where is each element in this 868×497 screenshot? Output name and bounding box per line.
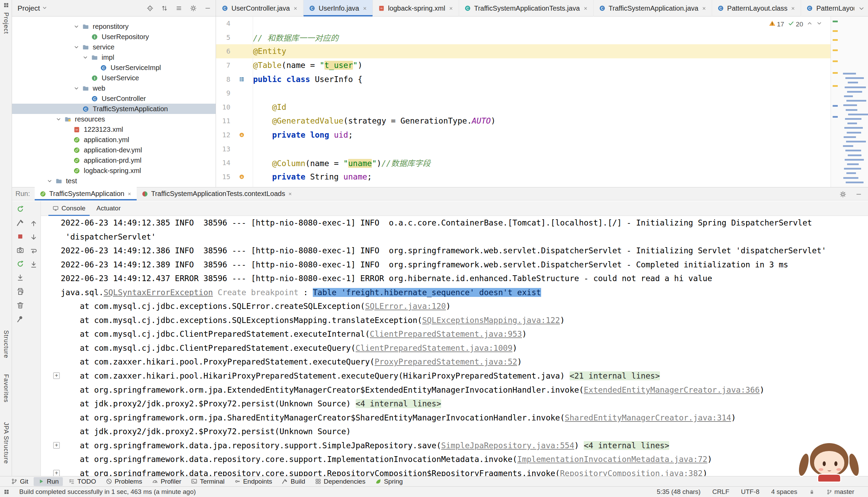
tree-item-UserRepository[interactable]: IUserRepository <box>12 32 216 42</box>
tree-item-test[interactable]: test <box>12 176 216 186</box>
close-icon[interactable] <box>448 6 454 11</box>
tree-item-web[interactable]: web <box>12 83 216 93</box>
next-stack-frame-button[interactable] <box>28 232 39 242</box>
expand-stack-icon[interactable]: + <box>53 372 60 379</box>
close-icon[interactable] <box>790 6 796 11</box>
tree-item-logback-spring.xml[interactable]: logback-spring.xml <box>12 165 216 176</box>
expand-stack-icon[interactable]: + <box>53 470 60 476</box>
tool-window-stripe-project[interactable]: Project <box>0 2 12 34</box>
tool-window-switcher-icon[interactable] <box>3 489 10 495</box>
soft-wrap-button[interactable] <box>28 246 39 256</box>
minimap[interactable] <box>840 16 868 187</box>
close-icon[interactable] <box>362 6 367 11</box>
view-options-button[interactable] <box>174 4 183 13</box>
clear-all-button[interactable] <box>15 300 25 310</box>
editor-tab-TrafficSystemApplication.java[interactable]: CTrafficSystemApplication.java <box>594 0 712 16</box>
close-icon[interactable] <box>293 6 298 11</box>
toolwindow-button-terminal[interactable]: Terminal <box>187 477 229 486</box>
pin-tab-button[interactable] <box>15 314 25 324</box>
tree-item-UserController[interactable]: CUserController <box>12 93 216 104</box>
stack-trace-link[interactable]: SQLError.java:120 <box>365 302 446 311</box>
hidden-tabs-button[interactable] <box>856 3 867 14</box>
tree-item-resources[interactable]: resources <box>12 114 216 124</box>
toolwindow-button-spring[interactable]: Spring <box>371 477 407 486</box>
console-view-tab-console[interactable]: Console <box>48 201 90 216</box>
chevron-down-icon[interactable] <box>72 44 81 50</box>
chevron-down-icon[interactable] <box>72 24 81 30</box>
status-git-branch[interactable]: master <box>826 488 854 496</box>
console-output[interactable]: 2022-06-23 14:49:12.385 INFO 38596 --- [… <box>41 216 868 476</box>
status-line-separator[interactable]: CRLF <box>712 488 729 496</box>
tree-item-UserServiceImpl[interactable]: CUserServiceImpl <box>12 62 216 73</box>
expand-collapse-button[interactable] <box>160 4 169 13</box>
editor-tab-UserController.java[interactable]: CUserController.java <box>216 0 304 16</box>
tree-item-1223123.xml[interactable]: ‹›1223123.xml <box>12 124 216 135</box>
typos-indicator[interactable]: 20 <box>788 20 803 28</box>
status-encoding[interactable]: UTF-8 <box>741 488 760 496</box>
editor-tab-PatternLayout.class[interactable]: CPatternLayout.class <box>712 0 801 16</box>
chevron-down-icon[interactable] <box>81 55 90 60</box>
stack-trace-link[interactable]: SQLSyntaxErrorException <box>104 288 213 297</box>
rerun-button[interactable] <box>15 204 25 214</box>
print-console-button[interactable] <box>15 286 25 297</box>
tree-item-application-dev.yml[interactable]: application-dev.yml <box>12 145 216 155</box>
close-icon[interactable] <box>127 192 132 196</box>
tree-item-UserService[interactable]: IUserService <box>12 73 216 83</box>
jpa-attr-icon[interactable]: a <box>239 174 245 180</box>
console-view-tab-actuator[interactable]: Actuator <box>92 201 125 216</box>
stack-trace-link[interactable]: SharedEntityManagerCreator.java:314 <box>565 413 731 422</box>
stop-button[interactable] <box>15 231 25 242</box>
tool-window-stripe-jpa-structure[interactable]: JPA Structure <box>0 422 12 464</box>
toolwindow-button-run[interactable]: Run <box>34 477 63 486</box>
run-tab-TrafficSystemApplicationTests.contextLoads[interactable]: TrafficSystemApplicationTests.contextLoa… <box>137 187 297 200</box>
stack-trace-link[interactable]: SimpleJpaRepository.java:554 <box>441 441 574 450</box>
entity-icon[interactable] <box>239 76 245 82</box>
stack-trace-link[interactable]: SQLExceptionsMapping.java:122 <box>422 316 560 325</box>
stack-trace-link[interactable]: ClientPreparedStatement.java:1009 <box>356 344 513 352</box>
close-icon[interactable] <box>701 6 707 11</box>
status-indent[interactable]: 4 spaces <box>771 488 797 496</box>
hide-panel-button[interactable] <box>203 4 212 13</box>
editor[interactable]: 45// 和数据库一一对应的6@Entity7@Table(name = "t_… <box>216 16 831 187</box>
toolwindow-button-build[interactable]: Build <box>277 477 309 486</box>
editor-tab-PatternLayoutEncoder.cla[interactable]: CPatternLayoutEncoder.cla <box>801 0 854 16</box>
settings-button[interactable] <box>189 4 198 13</box>
inspections-widget[interactable]: 17 20 <box>766 19 825 29</box>
thread-dump-button[interactable] <box>15 245 25 255</box>
toolwindow-button-profiler[interactable]: Profiler <box>148 477 185 486</box>
tree-item-impl[interactable]: impl <box>12 52 216 62</box>
scroll-down-button[interactable] <box>15 273 25 283</box>
run-tab-TrafficSystemApplication[interactable]: TrafficSystemApplication <box>35 187 137 200</box>
chevron-down-icon[interactable] <box>54 116 63 122</box>
stack-trace-link[interactable]: ClientPreparedStatement.java:953 <box>370 330 522 338</box>
tree-item-reponstitory[interactable]: reponstitory <box>12 21 216 32</box>
editor-tab-logback-spring.xml[interactable]: ‹›logback-spring.xml <box>373 0 459 16</box>
stack-trace-link[interactable]: ProxyPreparedStatement.java:52 <box>375 357 517 366</box>
tree-item-application.yml[interactable]: application.yml <box>12 135 216 145</box>
prev-problem-button[interactable] <box>807 20 813 28</box>
next-problem-button[interactable] <box>816 20 822 28</box>
editor-tab-TrafficSystemApplicationTests.java[interactable]: CTrafficSystemApplicationTests.java <box>459 0 594 16</box>
stack-trace-link[interactable]: RepositoryComposition.java:382 <box>560 469 703 476</box>
toolwindow-button-endpoints[interactable]: Endpoints <box>230 477 276 486</box>
close-icon[interactable] <box>583 6 588 11</box>
editor-tab-UserInfo.java[interactable]: CUserInfo.java <box>304 0 373 16</box>
restart-button[interactable] <box>15 259 25 269</box>
expand-stack-icon[interactable]: + <box>53 442 60 449</box>
edit-configuration-button[interactable] <box>15 218 25 228</box>
stack-trace-link[interactable]: ImplementationInvocationMetadata.java:72 <box>517 455 707 464</box>
chevron-down-icon[interactable] <box>72 85 81 91</box>
toolwindow-button-dependencies[interactable]: Dependencies <box>311 477 369 486</box>
scroll-to-end-button[interactable] <box>28 259 39 270</box>
tree-item-service[interactable]: service <box>12 42 216 52</box>
hide-run-panel-button[interactable] <box>854 190 863 199</box>
toolwindow-button-git[interactable]: Git <box>7 477 32 486</box>
chevron-down-icon[interactable] <box>45 178 54 184</box>
status-caret-position[interactable]: 5:35 (48 chars) <box>657 488 701 496</box>
warnings-indicator[interactable]: 17 <box>769 20 784 28</box>
jpa-attr-icon[interactable]: a <box>239 132 245 138</box>
run-settings-button[interactable] <box>838 190 847 199</box>
project-view-dropdown[interactable]: Project <box>12 4 47 12</box>
tool-window-stripe-favorites[interactable]: Favorites <box>0 374 12 403</box>
close-icon[interactable] <box>288 192 293 196</box>
